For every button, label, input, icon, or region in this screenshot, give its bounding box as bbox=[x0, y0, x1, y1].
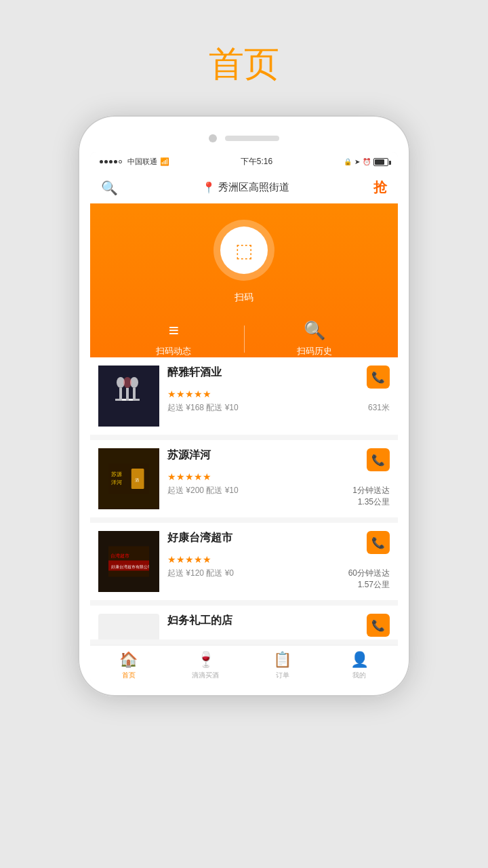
store-distance-3: 1.57公里 bbox=[348, 579, 390, 591]
nav-item-home[interactable]: 🏠 首页 bbox=[90, 646, 167, 684]
store-delivery-3: 60分钟送达 1.57公里 bbox=[348, 568, 390, 591]
scan-history-label: 扫码历史 bbox=[297, 345, 332, 357]
phone-button-4[interactable]: 📞 bbox=[367, 614, 390, 637]
status-bar: 中国联通 📶 下午5:16 🔒 ➤ ⏰ bbox=[90, 152, 398, 172]
nav-label-drinks: 滴滴买酒 bbox=[192, 671, 219, 680]
scan-label: 扫码 bbox=[104, 292, 384, 304]
store-stars-2: ★★★★★ bbox=[167, 471, 390, 482]
store-image-1 bbox=[98, 366, 159, 427]
svg-text:好康台湾超市有限公司: 好康台湾超市有限公司 bbox=[111, 564, 149, 569]
store-header-row-1: 醉雅轩酒业 📞 bbox=[167, 366, 390, 389]
store-image-3: 台湾超市 好康台湾超市有限公司 bbox=[98, 531, 159, 592]
store-stars-3: ★★★★★ bbox=[167, 554, 390, 565]
scan-dynamic-label: 扫码动态 bbox=[156, 345, 191, 357]
location-display[interactable]: 📍 秀洲区高照街道 bbox=[202, 181, 289, 194]
scan-qr-icon: ⬚ bbox=[235, 239, 253, 262]
status-time: 下午5:16 bbox=[241, 156, 272, 167]
store-info-2: 苏源洋河 📞 ★★★★★ 起送 ¥200 配送 ¥10 1分钟送达 1.35公里 bbox=[167, 448, 390, 508]
signal-dots bbox=[100, 160, 122, 163]
store-meta-3: 起送 ¥120 配送 ¥0 60分钟送达 1.57公里 bbox=[167, 568, 390, 591]
scan-history-button[interactable]: 🔍 扫码历史 bbox=[245, 320, 385, 357]
nav-item-profile[interactable]: 👤 我的 bbox=[321, 646, 399, 684]
phone-button-3[interactable]: 📞 bbox=[367, 531, 390, 554]
home-icon: 🏠 bbox=[119, 651, 138, 669]
scan-history-icon: 🔍 bbox=[304, 320, 325, 341]
store-min-order-1: 起送 ¥168 配送 ¥10 bbox=[167, 402, 239, 414]
phone-screen: 中国联通 📶 下午5:16 🔒 ➤ ⏰ 🔍 📍 秀洲区 bbox=[90, 152, 398, 684]
alarm-icon: ⏰ bbox=[363, 158, 371, 165]
store-delivery-2: 1分钟送达 1.35公里 bbox=[352, 485, 390, 508]
svg-text:洋河: 洋河 bbox=[111, 479, 122, 486]
nav-item-drinks[interactable]: 🍷 滴滴买酒 bbox=[167, 646, 245, 684]
nav-label-orders: 订单 bbox=[276, 671, 289, 680]
store-delivery-time-2: 1分钟送达 bbox=[352, 485, 390, 496]
store-distance-2: 1.35公里 bbox=[352, 496, 390, 508]
page-title: 首页 bbox=[209, 41, 279, 88]
phone-top-bar bbox=[90, 127, 398, 152]
store-name-2: 苏源洋河 bbox=[167, 448, 211, 462]
store-list: 醉雅轩酒业 📞 ★★★★★ 起送 ¥168 配送 ¥10 631米 bbox=[90, 357, 398, 639]
store-info-4: 妇务礼工的店 📞 bbox=[167, 614, 390, 637]
store-min-order-2: 起送 ¥200 配送 ¥10 bbox=[167, 485, 239, 508]
store-header-row-3: 好康台湾超市 📞 bbox=[167, 531, 390, 554]
lock-icon: 🔒 bbox=[344, 158, 352, 165]
signal-dot-5 bbox=[119, 160, 122, 163]
store-name-1: 醉雅轩酒业 bbox=[167, 366, 222, 380]
svg-text:苏源: 苏源 bbox=[111, 471, 122, 477]
svg-text:台湾超市: 台湾超市 bbox=[110, 553, 129, 558]
drinks-icon: 🍷 bbox=[197, 651, 215, 669]
search-button[interactable]: 🔍 bbox=[101, 180, 118, 196]
wifi-icon: 📶 bbox=[160, 157, 169, 166]
store-item-1[interactable]: 醉雅轩酒业 📞 ★★★★★ 起送 ¥168 配送 ¥10 631米 bbox=[90, 357, 398, 435]
phone-camera bbox=[209, 134, 217, 142]
store-item-2[interactable]: 苏源 洋河 酒 苏源洋河 📞 ★★★★★ 起送 ¥200 bbox=[90, 440, 398, 517]
hero-actions: ≡ 扫码动态 🔍 扫码历史 bbox=[104, 312, 384, 357]
store-info-1: 醉雅轩酒业 📞 ★★★★★ 起送 ¥168 配送 ¥10 631米 bbox=[167, 366, 390, 414]
carrier-label: 中国联通 bbox=[127, 157, 157, 167]
store-name-4: 妇务礼工的店 bbox=[167, 614, 232, 628]
scan-dynamic-button[interactable]: ≡ 扫码动态 bbox=[104, 320, 244, 357]
svg-rect-4 bbox=[133, 388, 136, 399]
battery-fill bbox=[375, 159, 384, 165]
store-delivery-time-3: 60分钟送达 bbox=[348, 568, 390, 579]
signal-dot-2 bbox=[104, 160, 108, 163]
store-item-3[interactable]: 台湾超市 好康台湾超市有限公司 好康台湾超市 📞 ★★★★★ 起送 ¥120 配… bbox=[90, 523, 398, 600]
phone-frame: 中国联通 📶 下午5:16 🔒 ➤ ⏰ 🔍 📍 秀洲区 bbox=[78, 115, 410, 696]
store-item-4[interactable]: 妇务礼工的店 📞 bbox=[90, 606, 398, 639]
store-name-3: 好康台湾超市 bbox=[167, 531, 232, 545]
hero-section: ⬚ 扫码 ≡ 扫码动态 🔍 扫码历史 bbox=[90, 203, 398, 357]
store-info-3: 好康台湾超市 📞 ★★★★★ 起送 ¥120 配送 ¥0 60分钟送达 1.57… bbox=[167, 531, 390, 591]
battery-icon bbox=[373, 158, 388, 166]
svg-rect-8 bbox=[122, 399, 133, 401]
app-header: 🔍 📍 秀洲区高照街道 抢 bbox=[90, 172, 398, 203]
store2-svg: 苏源 洋河 酒 bbox=[108, 462, 149, 496]
nav-item-orders[interactable]: 📋 订单 bbox=[244, 646, 321, 684]
nav-label-profile: 我的 bbox=[352, 671, 366, 680]
bottom-nav: 🏠 首页 🍷 滴滴买酒 📋 订单 👤 我的 bbox=[90, 645, 398, 684]
grab-button[interactable]: 抢 bbox=[373, 178, 387, 197]
store-min-order-3: 起送 ¥120 配送 ¥0 bbox=[167, 568, 234, 591]
phone-button-2[interactable]: 📞 bbox=[367, 448, 390, 471]
store-distance-1: 631米 bbox=[368, 402, 390, 414]
store-meta-1: 起送 ¥168 配送 ¥10 631米 bbox=[167, 402, 390, 414]
nav-label-home: 首页 bbox=[122, 671, 136, 680]
svg-point-6 bbox=[123, 377, 131, 388]
profile-icon: 👤 bbox=[350, 651, 369, 669]
phone-speaker bbox=[225, 136, 279, 141]
signal-dot-1 bbox=[100, 160, 103, 163]
store-image-2: 苏源 洋河 酒 bbox=[98, 448, 159, 509]
store-stars-1: ★★★★★ bbox=[167, 389, 390, 399]
store3-svg: 台湾超市 好康台湾超市有限公司 bbox=[108, 545, 149, 578]
location-pin-icon: 📍 bbox=[202, 181, 216, 194]
svg-text:酒: 酒 bbox=[135, 478, 139, 482]
page-wrapper: 首页 中国联通 📶 下午5:16 bbox=[0, 0, 488, 868]
wine-glasses-svg bbox=[108, 376, 149, 416]
scan-inner-circle: ⬚ bbox=[220, 226, 268, 274]
signal-dot-3 bbox=[109, 160, 113, 163]
status-bar-right: 🔒 ➤ ⏰ bbox=[344, 158, 388, 166]
scan-circle[interactable]: ⬚ bbox=[214, 220, 274, 281]
svg-rect-7 bbox=[126, 388, 129, 399]
phone-button-1[interactable]: 📞 bbox=[367, 366, 390, 389]
store-meta-2: 起送 ¥200 配送 ¥10 1分钟送达 1.35公里 bbox=[167, 485, 390, 508]
store-image-4 bbox=[98, 614, 159, 639]
